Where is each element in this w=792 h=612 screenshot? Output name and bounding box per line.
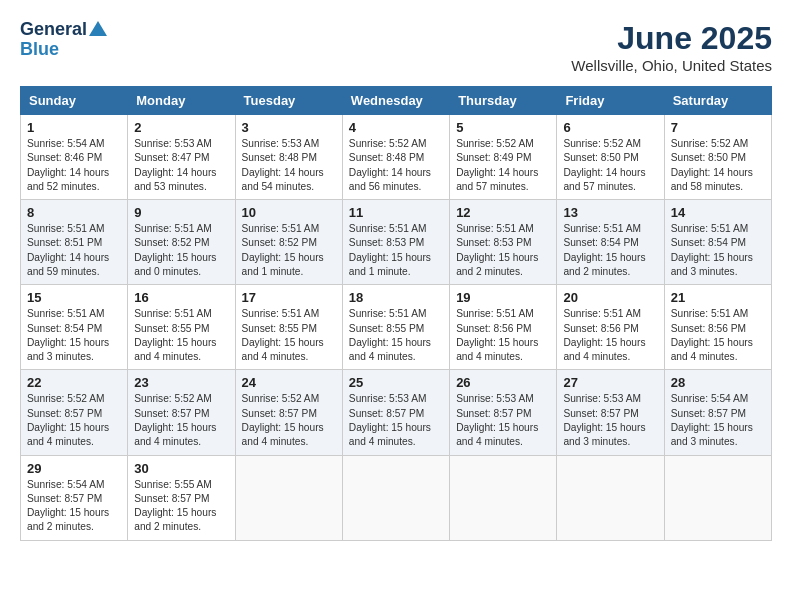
calendar-day-cell: 1Sunrise: 5:54 AM Sunset: 8:46 PM Daylig… — [21, 115, 128, 200]
day-number: 17 — [242, 290, 336, 305]
day-number: 28 — [671, 375, 765, 390]
day-info: Sunrise: 5:54 AM Sunset: 8:46 PM Dayligh… — [27, 137, 121, 194]
calendar-day-cell: 13Sunrise: 5:51 AM Sunset: 8:54 PM Dayli… — [557, 200, 664, 285]
weekday-header-thursday: Thursday — [450, 87, 557, 115]
calendar-week-row: 22Sunrise: 5:52 AM Sunset: 8:57 PM Dayli… — [21, 370, 772, 455]
day-info: Sunrise: 5:51 AM Sunset: 8:56 PM Dayligh… — [671, 307, 765, 364]
day-info: Sunrise: 5:51 AM Sunset: 8:53 PM Dayligh… — [456, 222, 550, 279]
calendar-day-cell: 19Sunrise: 5:51 AM Sunset: 8:56 PM Dayli… — [450, 285, 557, 370]
logo: General Blue — [20, 20, 107, 60]
day-number: 1 — [27, 120, 121, 135]
page-header: General Blue June 2025 Wellsville, Ohio,… — [20, 20, 772, 74]
calendar-week-row: 1Sunrise: 5:54 AM Sunset: 8:46 PM Daylig… — [21, 115, 772, 200]
logo-triangle-icon — [89, 21, 107, 36]
day-info: Sunrise: 5:51 AM Sunset: 8:52 PM Dayligh… — [242, 222, 336, 279]
day-info: Sunrise: 5:51 AM Sunset: 8:55 PM Dayligh… — [242, 307, 336, 364]
calendar-day-cell: 10Sunrise: 5:51 AM Sunset: 8:52 PM Dayli… — [235, 200, 342, 285]
calendar-day-cell: 5Sunrise: 5:52 AM Sunset: 8:49 PM Daylig… — [450, 115, 557, 200]
title-block: June 2025 Wellsville, Ohio, United State… — [571, 20, 772, 74]
day-number: 18 — [349, 290, 443, 305]
day-info: Sunrise: 5:51 AM Sunset: 8:51 PM Dayligh… — [27, 222, 121, 279]
day-info: Sunrise: 5:55 AM Sunset: 8:57 PM Dayligh… — [134, 478, 228, 535]
calendar-day-cell: 11Sunrise: 5:51 AM Sunset: 8:53 PM Dayli… — [342, 200, 449, 285]
logo-general: General — [20, 20, 87, 40]
day-number: 15 — [27, 290, 121, 305]
day-number: 13 — [563, 205, 657, 220]
calendar-day-cell: 30Sunrise: 5:55 AM Sunset: 8:57 PM Dayli… — [128, 455, 235, 540]
calendar-day-cell: 4Sunrise: 5:52 AM Sunset: 8:48 PM Daylig… — [342, 115, 449, 200]
calendar-day-cell: 6Sunrise: 5:52 AM Sunset: 8:50 PM Daylig… — [557, 115, 664, 200]
calendar-day-cell — [235, 455, 342, 540]
day-info: Sunrise: 5:53 AM Sunset: 8:48 PM Dayligh… — [242, 137, 336, 194]
calendar-week-row: 15Sunrise: 5:51 AM Sunset: 8:54 PM Dayli… — [21, 285, 772, 370]
day-info: Sunrise: 5:51 AM Sunset: 8:55 PM Dayligh… — [134, 307, 228, 364]
calendar-day-cell: 12Sunrise: 5:51 AM Sunset: 8:53 PM Dayli… — [450, 200, 557, 285]
day-info: Sunrise: 5:51 AM Sunset: 8:55 PM Dayligh… — [349, 307, 443, 364]
month-title: June 2025 — [571, 20, 772, 57]
calendar-day-cell: 14Sunrise: 5:51 AM Sunset: 8:54 PM Dayli… — [664, 200, 771, 285]
day-number: 25 — [349, 375, 443, 390]
day-number: 30 — [134, 461, 228, 476]
calendar-day-cell — [342, 455, 449, 540]
calendar-day-cell: 18Sunrise: 5:51 AM Sunset: 8:55 PM Dayli… — [342, 285, 449, 370]
day-number: 4 — [349, 120, 443, 135]
calendar-day-cell: 8Sunrise: 5:51 AM Sunset: 8:51 PM Daylig… — [21, 200, 128, 285]
calendar-day-cell: 9Sunrise: 5:51 AM Sunset: 8:52 PM Daylig… — [128, 200, 235, 285]
day-number: 16 — [134, 290, 228, 305]
day-info: Sunrise: 5:51 AM Sunset: 8:54 PM Dayligh… — [671, 222, 765, 279]
calendar-day-cell: 25Sunrise: 5:53 AM Sunset: 8:57 PM Dayli… — [342, 370, 449, 455]
weekday-header-sunday: Sunday — [21, 87, 128, 115]
day-number: 6 — [563, 120, 657, 135]
day-info: Sunrise: 5:53 AM Sunset: 8:57 PM Dayligh… — [456, 392, 550, 449]
weekday-header-friday: Friday — [557, 87, 664, 115]
weekday-header-saturday: Saturday — [664, 87, 771, 115]
calendar-day-cell: 27Sunrise: 5:53 AM Sunset: 8:57 PM Dayli… — [557, 370, 664, 455]
day-info: Sunrise: 5:51 AM Sunset: 8:54 PM Dayligh… — [563, 222, 657, 279]
day-number: 26 — [456, 375, 550, 390]
day-number: 23 — [134, 375, 228, 390]
day-info: Sunrise: 5:52 AM Sunset: 8:50 PM Dayligh… — [671, 137, 765, 194]
calendar-day-cell: 22Sunrise: 5:52 AM Sunset: 8:57 PM Dayli… — [21, 370, 128, 455]
calendar-day-cell: 28Sunrise: 5:54 AM Sunset: 8:57 PM Dayli… — [664, 370, 771, 455]
day-number: 19 — [456, 290, 550, 305]
day-number: 3 — [242, 120, 336, 135]
calendar-day-cell: 7Sunrise: 5:52 AM Sunset: 8:50 PM Daylig… — [664, 115, 771, 200]
calendar-day-cell: 21Sunrise: 5:51 AM Sunset: 8:56 PM Dayli… — [664, 285, 771, 370]
day-info: Sunrise: 5:52 AM Sunset: 8:48 PM Dayligh… — [349, 137, 443, 194]
day-info: Sunrise: 5:51 AM Sunset: 8:52 PM Dayligh… — [134, 222, 228, 279]
day-info: Sunrise: 5:51 AM Sunset: 8:56 PM Dayligh… — [563, 307, 657, 364]
day-number: 27 — [563, 375, 657, 390]
calendar-day-cell: 3Sunrise: 5:53 AM Sunset: 8:48 PM Daylig… — [235, 115, 342, 200]
day-info: Sunrise: 5:52 AM Sunset: 8:57 PM Dayligh… — [242, 392, 336, 449]
day-number: 21 — [671, 290, 765, 305]
day-info: Sunrise: 5:52 AM Sunset: 8:57 PM Dayligh… — [27, 392, 121, 449]
calendar-day-cell: 26Sunrise: 5:53 AM Sunset: 8:57 PM Dayli… — [450, 370, 557, 455]
location-title: Wellsville, Ohio, United States — [571, 57, 772, 74]
day-number: 7 — [671, 120, 765, 135]
day-number: 9 — [134, 205, 228, 220]
day-info: Sunrise: 5:53 AM Sunset: 8:47 PM Dayligh… — [134, 137, 228, 194]
day-number: 5 — [456, 120, 550, 135]
day-number: 29 — [27, 461, 121, 476]
calendar-day-cell: 24Sunrise: 5:52 AM Sunset: 8:57 PM Dayli… — [235, 370, 342, 455]
weekday-header-monday: Monday — [128, 87, 235, 115]
day-info: Sunrise: 5:51 AM Sunset: 8:53 PM Dayligh… — [349, 222, 443, 279]
calendar-header-row: SundayMondayTuesdayWednesdayThursdayFrid… — [21, 87, 772, 115]
day-number: 22 — [27, 375, 121, 390]
day-number: 24 — [242, 375, 336, 390]
day-info: Sunrise: 5:53 AM Sunset: 8:57 PM Dayligh… — [349, 392, 443, 449]
day-number: 10 — [242, 205, 336, 220]
calendar-day-cell: 20Sunrise: 5:51 AM Sunset: 8:56 PM Dayli… — [557, 285, 664, 370]
weekday-header-tuesday: Tuesday — [235, 87, 342, 115]
calendar-day-cell: 29Sunrise: 5:54 AM Sunset: 8:57 PM Dayli… — [21, 455, 128, 540]
calendar-day-cell: 16Sunrise: 5:51 AM Sunset: 8:55 PM Dayli… — [128, 285, 235, 370]
calendar-day-cell: 15Sunrise: 5:51 AM Sunset: 8:54 PM Dayli… — [21, 285, 128, 370]
day-number: 20 — [563, 290, 657, 305]
day-info: Sunrise: 5:54 AM Sunset: 8:57 PM Dayligh… — [27, 478, 121, 535]
calendar-day-cell — [664, 455, 771, 540]
day-info: Sunrise: 5:52 AM Sunset: 8:49 PM Dayligh… — [456, 137, 550, 194]
calendar-day-cell: 23Sunrise: 5:52 AM Sunset: 8:57 PM Dayli… — [128, 370, 235, 455]
calendar-table: SundayMondayTuesdayWednesdayThursdayFrid… — [20, 86, 772, 541]
calendar-day-cell — [450, 455, 557, 540]
logo-blue: Blue — [20, 40, 59, 60]
